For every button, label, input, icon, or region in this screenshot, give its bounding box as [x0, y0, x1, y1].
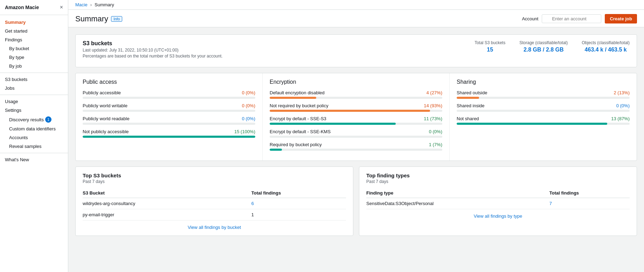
- metric-row: Required by bucket policy 1 (7%): [270, 142, 442, 151]
- metric-value: 0 (0%): [242, 103, 255, 108]
- finding-count: 7: [549, 198, 630, 209]
- metric-label: Encrypt by default - SSE-S3: [270, 116, 326, 121]
- bucket-findings: 6: [251, 198, 346, 209]
- metric-label: Publicly world readable: [83, 116, 130, 121]
- metric-row: Publicly world writable 0 (0%): [83, 103, 255, 112]
- col-findings: Total findings: [549, 188, 630, 198]
- public-access-title: Public access: [83, 79, 255, 85]
- metric-value: 2 (13%): [614, 90, 630, 95]
- metric-row: Default encryption disabled 4 (27%): [270, 90, 442, 99]
- breadcrumb-macie[interactable]: Macie: [75, 2, 88, 7]
- metric-value: 4 (27%): [426, 90, 442, 95]
- page-header: Summary Info Account 🔍 Create job: [68, 10, 644, 27]
- progress-bar-wrap: [270, 136, 442, 138]
- metric-value: 15 (100%): [234, 129, 255, 134]
- col-findings: Total findings: [251, 188, 346, 198]
- view-all-by-bucket-link[interactable]: View all findings by bucket: [188, 225, 241, 230]
- progress-bar: [83, 136, 255, 138]
- metric-value: 0 (0%): [616, 103, 630, 108]
- progress-bar-wrap: [457, 123, 630, 125]
- storage-stat: Storage (classifiable/total) 2.8 GB / 2.…: [519, 40, 568, 53]
- sidebar-item-custom-data[interactable]: Custom data identifiers: [0, 124, 68, 133]
- sidebar-item-settings: Settings: [0, 106, 68, 115]
- total-s3-value[interactable]: 15: [487, 47, 493, 53]
- metric-label: Shared outside: [457, 90, 487, 95]
- storage-value[interactable]: 2.8 GB / 2.8 GB: [524, 47, 564, 53]
- metric-value: 11 (73%): [424, 116, 442, 121]
- table-row: SensitiveData:S3Object/Personal 7: [366, 198, 630, 209]
- account-input[interactable]: [542, 14, 601, 23]
- sharing-title: Sharing: [457, 79, 630, 85]
- view-all-by-type-link[interactable]: View all findings by type: [474, 213, 522, 219]
- discovery-results-badge: 1: [45, 116, 51, 123]
- progress-bar-wrap: [457, 97, 630, 99]
- metric-label: Not shared: [457, 116, 479, 121]
- info-badge[interactable]: Info: [111, 16, 122, 22]
- sidebar-item-s3-buckets[interactable]: S3 buckets: [0, 75, 68, 84]
- table-header-row: S3 Bucket Total findings: [83, 188, 346, 198]
- progress-bar-wrap: [270, 123, 442, 125]
- metric-label: Default encryption disabled: [270, 90, 325, 95]
- sharing-section: Sharing Shared outside 2 (13%) Shared in…: [450, 73, 637, 161]
- progress-bar: [270, 123, 396, 125]
- metric-value: 0 (0%): [242, 116, 255, 121]
- sidebar-item-discovery-results[interactable]: Discovery results 1: [0, 115, 68, 124]
- sidebar-item-usage[interactable]: Usage: [0, 97, 68, 106]
- sidebar-item-by-job[interactable]: By job: [0, 62, 68, 70]
- sidebar-item-whats-new[interactable]: What's New: [0, 155, 68, 164]
- findings-link[interactable]: 7: [549, 201, 552, 206]
- sidebar-item-by-bucket[interactable]: By bucket: [0, 44, 68, 53]
- col-bucket: S3 Bucket: [83, 188, 251, 198]
- view-all-row: View all findings by type: [366, 209, 630, 219]
- sidebar-item-accounts[interactable]: Accounts: [0, 133, 68, 142]
- sidebar-item-findings[interactable]: Findings: [0, 35, 68, 44]
- top-buckets-period: Past 7 days: [83, 179, 346, 184]
- s3-card-header: S3 buckets Last updated: July 31, 2022, …: [83, 40, 630, 59]
- main-content: Macie › Summary Summary Info Account 🔍 C…: [68, 0, 644, 272]
- s3-card-title: S3 buckets: [83, 40, 223, 47]
- account-input-wrap: 🔍: [542, 14, 601, 23]
- progress-bar-wrap: [83, 110, 255, 112]
- sidebar-item-get-started[interactable]: Get started: [0, 27, 68, 35]
- metric-row: Publicly accessible 0 (0%): [83, 90, 255, 99]
- metric-label: Shared inside: [457, 103, 485, 108]
- header-actions: Account 🔍 Create job: [522, 14, 637, 23]
- top-finding-types-period: Past 7 days: [366, 179, 630, 184]
- sidebar-item-by-type[interactable]: By type: [0, 53, 68, 62]
- app-title: Amazon Macie: [5, 5, 39, 10]
- metric-value: 13 (87%): [611, 116, 630, 121]
- create-job-button[interactable]: Create job: [605, 14, 637, 23]
- table-row: wildrydes-arg-consultancy 6: [83, 198, 346, 209]
- bucket-name: wildrydes-arg-consultancy: [83, 198, 251, 209]
- breadcrumb: Macie › Summary: [68, 0, 644, 10]
- sidebar-header: Amazon Macie ×: [0, 0, 68, 15]
- metric-label: Encrypt by default - SSE-KMS: [270, 129, 331, 134]
- sidebar-item-reveal-samples[interactable]: Reveal samples: [0, 142, 68, 151]
- objects-label: Objects (classifiable/total): [582, 40, 630, 45]
- s3-card-info: S3 buckets Last updated: July 31, 2022, …: [83, 40, 223, 59]
- sidebar-item-jobs[interactable]: Jobs: [0, 84, 68, 93]
- metric-label: Required by bucket policy: [270, 142, 322, 147]
- progress-bar-wrap: [270, 110, 442, 112]
- progress-bar-wrap: [457, 110, 630, 112]
- top-buckets-card: Top S3 buckets Past 7 days S3 Bucket Tot…: [75, 166, 353, 236]
- page-title: Summary: [75, 14, 108, 23]
- findings-link[interactable]: 6: [251, 201, 254, 206]
- sidebar-item-summary[interactable]: Summary: [0, 18, 68, 27]
- total-s3-label: Total S3 buckets: [475, 40, 505, 45]
- nav-divider-1: [0, 73, 68, 73]
- metric-row: Encrypt by default - SSE-KMS 0 (0%): [270, 129, 442, 138]
- nav-divider-3: [0, 153, 68, 153]
- metrics-grid: Public access Publicly accessible 0 (0%): [75, 73, 637, 161]
- close-icon[interactable]: ×: [60, 4, 63, 11]
- account-label: Account: [522, 16, 538, 21]
- sidebar: Amazon Macie × Summary Get started Findi…: [0, 0, 68, 272]
- top-finding-types-table: Finding type Total findings SensitiveDat…: [366, 188, 630, 209]
- metric-label: Publicly world writable: [83, 103, 127, 108]
- content-area: S3 buckets Last updated: July 31, 2022, …: [68, 27, 644, 272]
- breadcrumb-separator: ›: [90, 2, 92, 7]
- bottom-grid: Top S3 buckets Past 7 days S3 Bucket Tot…: [75, 166, 637, 236]
- objects-value[interactable]: 463.4 k / 463.5 k: [585, 47, 627, 53]
- col-type: Finding type: [366, 188, 549, 198]
- metric-row: Not required by bucket policy 14 (93%): [270, 103, 442, 112]
